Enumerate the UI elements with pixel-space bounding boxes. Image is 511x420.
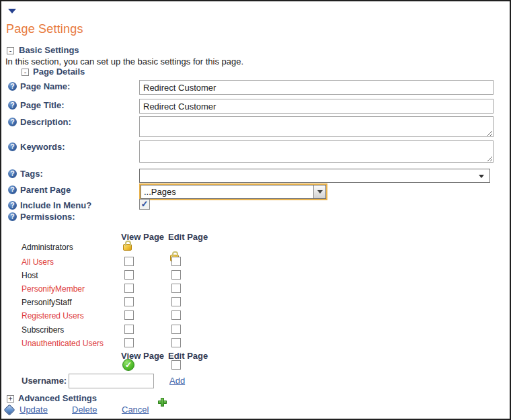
page-name-input[interactable] bbox=[139, 80, 494, 95]
page-title: Page Settings bbox=[6, 22, 83, 36]
keywords-textarea[interactable] bbox=[139, 140, 494, 163]
role-label: Registered Users bbox=[22, 311, 84, 321]
chevron-down-icon bbox=[479, 175, 484, 178]
view-page-checkbox[interactable] bbox=[124, 284, 134, 293]
edit-page-checkbox[interactable] bbox=[171, 360, 181, 370]
page-title-row: ? Page Title: bbox=[8, 100, 65, 110]
help-icon[interactable]: ? bbox=[8, 142, 17, 151]
page-details-heading: Page Details bbox=[33, 67, 85, 77]
page-title-label: Page Title: bbox=[20, 100, 65, 110]
parent-page-dropdown[interactable]: ...Pages bbox=[139, 183, 327, 200]
advanced-settings-collapse-icon[interactable]: + bbox=[7, 395, 14, 403]
edit-page-column-header: Edit Page bbox=[168, 351, 208, 361]
basic-settings-heading: Basic Settings bbox=[19, 45, 79, 55]
page-name-label: Page Name: bbox=[20, 81, 70, 91]
granted-icon[interactable]: ✓ bbox=[122, 359, 134, 371]
description-label: Description: bbox=[20, 117, 71, 127]
page-name-row: ? Page Name: bbox=[8, 81, 70, 91]
edit-page-checkbox[interactable] bbox=[171, 310, 181, 320]
permissions-label: Permissions: bbox=[20, 212, 75, 222]
role-label: Unauthenticated Users bbox=[22, 339, 104, 348]
permissions-row: ? Permissions: bbox=[8, 212, 75, 222]
advanced-settings-heading: Advanced Settings bbox=[18, 393, 97, 403]
lock-icon bbox=[123, 244, 132, 251]
view-page-checkbox[interactable] bbox=[124, 297, 134, 306]
role-label: Host bbox=[22, 271, 38, 280]
help-icon[interactable]: ? bbox=[8, 185, 17, 194]
edit-page-checkbox[interactable] bbox=[171, 338, 181, 347]
update-icon[interactable] bbox=[4, 405, 15, 416]
edit-page-checkbox[interactable] bbox=[171, 284, 181, 293]
edit-page-checkbox[interactable] bbox=[171, 325, 181, 334]
help-icon[interactable]: ? bbox=[8, 82, 17, 91]
check-icon: ✓ bbox=[141, 199, 149, 209]
view-page-checkbox[interactable] bbox=[124, 325, 134, 334]
username-label: Username: bbox=[22, 376, 67, 386]
parent-page-row: ? Parent Page bbox=[8, 185, 71, 195]
keywords-label: Keywords: bbox=[20, 142, 65, 152]
edit-page-checkbox[interactable] bbox=[171, 297, 181, 306]
help-icon[interactable]: ? bbox=[8, 118, 17, 126]
tags-label: Tags: bbox=[20, 169, 43, 179]
role-label: PersonifyMember bbox=[22, 284, 85, 294]
page-settings-window: Page Settings - Basic Settings In this s… bbox=[0, 0, 511, 420]
include-in-menu-label: Include In Menu? bbox=[20, 200, 91, 210]
parent-page-label: Parent Page bbox=[20, 185, 71, 195]
basic-settings-description: In this section, you can set up the basi… bbox=[5, 56, 243, 67]
panel-collapse-icon[interactable] bbox=[8, 9, 16, 13]
parent-page-dropdown-value: ...Pages bbox=[141, 187, 176, 197]
include-in-menu-checkbox[interactable]: ✓ bbox=[139, 199, 150, 210]
delete-link[interactable]: Delete bbox=[72, 405, 97, 415]
check-icon: ✓ bbox=[125, 360, 132, 370]
keywords-row: ? Keywords: bbox=[8, 142, 65, 152]
chevron-down-icon bbox=[317, 190, 323, 194]
page-title-input[interactable] bbox=[139, 99, 494, 114]
edit-page-column-header: Edit Page bbox=[168, 232, 208, 242]
view-page-checkbox[interactable] bbox=[124, 257, 134, 266]
page-details-collapse-icon[interactable]: - bbox=[22, 69, 29, 76]
role-label: PersonifyStaff bbox=[22, 298, 71, 307]
update-link[interactable]: Update bbox=[19, 405, 48, 415]
help-icon[interactable]: ? bbox=[8, 201, 17, 210]
add-user-link[interactable]: Add bbox=[169, 376, 185, 386]
description-textarea[interactable] bbox=[139, 116, 494, 137]
help-icon[interactable]: ? bbox=[8, 101, 17, 110]
role-label: Subscribers bbox=[22, 325, 64, 335]
add-plus-icon[interactable] bbox=[158, 398, 167, 407]
edit-page-checkbox[interactable] bbox=[171, 270, 181, 280]
description-row: ? Description: bbox=[8, 117, 71, 127]
help-icon[interactable]: ? bbox=[8, 169, 17, 178]
cancel-link[interactable]: Cancel bbox=[122, 405, 149, 415]
tags-dropdown[interactable] bbox=[139, 169, 490, 183]
basic-settings-collapse-icon[interactable]: - bbox=[7, 47, 14, 54]
username-input[interactable] bbox=[69, 374, 154, 388]
edit-page-checkbox[interactable] bbox=[171, 257, 181, 266]
parent-page-dropdown-inner[interactable]: ...Pages bbox=[141, 185, 326, 199]
role-label: Administrators bbox=[22, 243, 73, 252]
dropdown-arrow-button[interactable] bbox=[313, 185, 325, 198]
tags-row: ? Tags: bbox=[8, 169, 43, 179]
view-page-checkbox[interactable] bbox=[124, 270, 134, 280]
view-page-checkbox[interactable] bbox=[124, 310, 134, 320]
role-label: All Users bbox=[22, 257, 54, 267]
include-in-menu-row: ? Include In Menu? bbox=[8, 200, 91, 210]
help-icon[interactable]: ? bbox=[8, 212, 17, 221]
view-page-checkbox[interactable] bbox=[124, 338, 134, 347]
